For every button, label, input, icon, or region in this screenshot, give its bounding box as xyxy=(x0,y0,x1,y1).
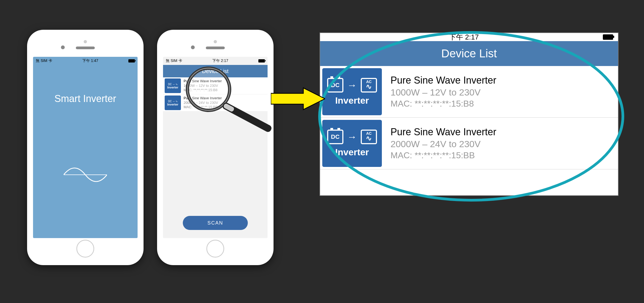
phone-sensor xyxy=(84,40,87,43)
device-title: Pure Sine Wave Inverter xyxy=(184,96,222,101)
status-bar: 無 SIM 卡 下午 2:17 xyxy=(163,57,268,65)
ac-badge: AC ∿ xyxy=(361,130,377,144)
phone-speaker xyxy=(206,47,225,49)
dc-badge: DC xyxy=(327,130,343,144)
device-mac: MAC: **:**:**:**:15:B8 xyxy=(184,88,222,93)
screen-header: Device List xyxy=(163,65,268,77)
device-text: Pure Sine Wave Inverter 2000W – 24V to 2… xyxy=(384,118,618,169)
scan-button[interactable]: SCAN xyxy=(183,216,248,230)
phone-screen: 無 SIM 卡 下午 1:47 Smart Inverter xyxy=(33,57,138,238)
phone-mockup-devicelist: 無 SIM 卡 下午 2:17 Device List DC → ∿ Inver… xyxy=(157,30,274,265)
status-bar: 無 SIM 卡 下午 1:47 xyxy=(33,57,138,65)
device-mac: MAC: **:**:**:**:15:BB xyxy=(184,105,222,110)
device-mac: MAC: **:**:**:**:15:B8 xyxy=(391,99,612,109)
zoom-panel: 下午 2:17 Device List DC → AC ∿ Inverter P… xyxy=(320,32,619,196)
dc-badge: DC xyxy=(327,78,343,93)
device-mac: MAC: **:**:**:**:15:BB xyxy=(391,150,612,160)
device-text: Pure Sine Wave Inverter 2000W – 24V to 2… xyxy=(184,96,222,110)
phone-speaker xyxy=(76,47,95,49)
device-list: DC → AC ∿ Inverter Pure Sine Wave Invert… xyxy=(320,66,618,169)
icon-label: Inverter xyxy=(335,147,369,157)
device-text: Pure Sine Wave Inverter 1000W – 12V to 2… xyxy=(184,79,222,93)
arrow-icon: → xyxy=(347,131,357,143)
ac-badge: AC ∿ xyxy=(361,78,377,93)
phone-camera xyxy=(61,45,65,49)
device-list-screen: 無 SIM 卡 下午 2:17 Device List DC → ∿ Inver… xyxy=(163,57,268,238)
home-button[interactable] xyxy=(76,240,94,258)
battery-icon xyxy=(603,34,613,40)
device-title: Pure Sine Wave Inverter xyxy=(184,79,222,84)
inverter-icon: DC → ∿ Inverter xyxy=(165,95,181,110)
status-carrier: 無 SIM 卡 xyxy=(166,58,182,63)
battery-icon xyxy=(128,59,135,62)
zoom-arrow-icon xyxy=(271,87,325,111)
app-title: Smart Inverter xyxy=(54,93,116,104)
device-title: Pure Sine Wave Inverter xyxy=(391,126,612,138)
device-spec: 1000W – 12V to 230V xyxy=(184,84,222,88)
inverter-icon: DC → AC ∿ Inverter xyxy=(322,68,382,115)
device-list-item[interactable]: DC → AC ∿ Inverter Pure Sine Wave Invert… xyxy=(320,66,618,118)
phone-sensor xyxy=(214,40,217,43)
device-spec: 2000W – 24V to 230V xyxy=(391,139,612,149)
device-list-item[interactable]: DC → ∿ Inverter Pure Sine Wave Inverter … xyxy=(163,77,268,94)
status-carrier: 無 SIM 卡 xyxy=(36,58,52,63)
screen-header: Device List xyxy=(320,41,618,66)
inverter-icon: DC → ∿ Inverter xyxy=(165,78,181,93)
battery-icon xyxy=(258,59,265,62)
icon-label: Inverter xyxy=(335,95,369,106)
svg-marker-2 xyxy=(271,88,325,110)
app-splash-screen: 無 SIM 卡 下午 1:47 Smart Inverter xyxy=(33,57,138,238)
home-button[interactable] xyxy=(206,240,224,258)
status-time: 下午 2:17 xyxy=(449,32,479,42)
device-text: Pure Sine Wave Inverter 1000W – 12V to 2… xyxy=(384,66,618,117)
device-title: Pure Sine Wave Inverter xyxy=(391,75,612,86)
device-list-item[interactable]: DC → AC ∿ Inverter Pure Sine Wave Invert… xyxy=(320,118,618,169)
sinewave-icon xyxy=(64,164,107,186)
device-list-item[interactable]: DC → ∿ Inverter Pure Sine Wave Inverter … xyxy=(163,94,268,111)
device-spec: 2000W – 24V to 230V xyxy=(184,101,222,105)
phone-mockup-splash: 無 SIM 卡 下午 1:47 Smart Inverter xyxy=(27,30,144,265)
phone-camera xyxy=(191,45,195,49)
status-bar: 下午 2:17 xyxy=(320,33,618,41)
inverter-icon: DC → AC ∿ Inverter xyxy=(322,120,382,167)
status-time: 下午 1:47 xyxy=(82,58,98,63)
arrow-icon: → xyxy=(347,80,357,91)
phone-screen: 無 SIM 卡 下午 2:17 Device List DC → ∿ Inver… xyxy=(163,57,268,238)
device-list: DC → ∿ Inverter Pure Sine Wave Inverter … xyxy=(163,77,268,111)
status-time: 下午 2:17 xyxy=(212,58,228,63)
device-spec: 1000W – 12V to 230V xyxy=(391,87,612,98)
